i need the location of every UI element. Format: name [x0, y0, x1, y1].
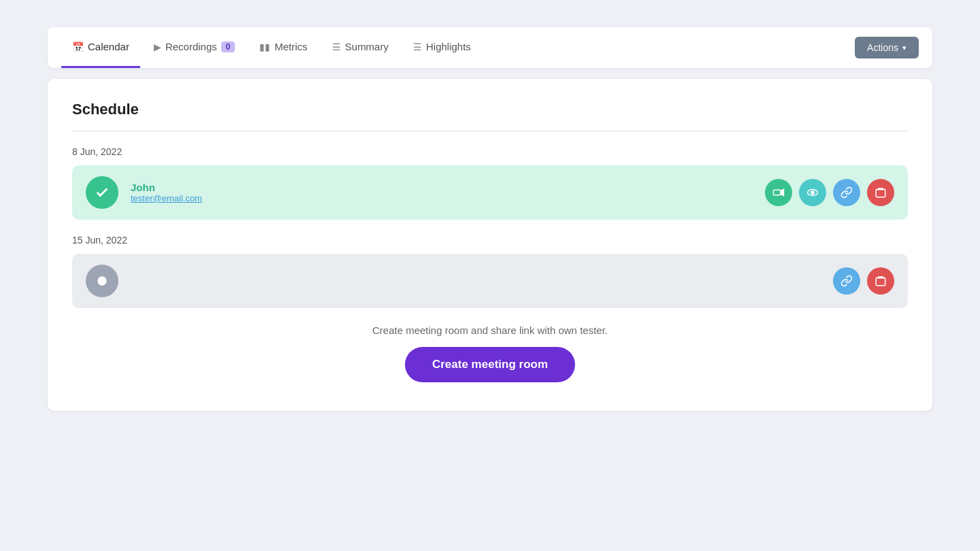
session-row-1: John tester@email.com: [72, 165, 908, 220]
tab-summary-label: Summary: [345, 41, 389, 52]
svg-rect-7: [876, 278, 885, 286]
date-label-1: 8 Jun, 2022: [72, 146, 908, 157]
summary-icon: ☰: [332, 41, 341, 52]
session-name-1: John: [131, 182, 765, 193]
tab-recordings[interactable]: ▶ Recordings 0: [143, 27, 246, 68]
nav-tabs: 📅 Calendar ▶ Recordings 0 ▮▮ Metrics ☰ S…: [61, 27, 482, 68]
highlights-icon: ☰: [413, 41, 422, 52]
tab-calendar[interactable]: 📅 Calendar: [61, 27, 140, 68]
eye-button-1[interactable]: [799, 179, 826, 206]
link-button-2[interactable]: [833, 267, 860, 295]
date-label-2: 15 Jun, 2022: [72, 235, 908, 246]
tab-summary[interactable]: ☰ Summary: [321, 27, 399, 68]
tab-calendar-label: Calendar: [88, 41, 129, 52]
actions-label: Actions: [867, 42, 898, 53]
svg-marker-1: [781, 190, 784, 196]
actions-button[interactable]: Actions ▾: [855, 37, 919, 59]
video-button-1[interactable]: [765, 179, 792, 206]
calendar-icon: 📅: [72, 41, 84, 52]
create-meeting-room-button[interactable]: Create meeting room: [405, 347, 575, 382]
divider: [72, 131, 908, 131]
svg-point-3: [811, 191, 815, 195]
tab-highlights-label: Highlights: [426, 41, 471, 52]
page-container: 📅 Calendar ▶ Recordings 0 ▮▮ Metrics ☰ S…: [48, 27, 932, 411]
chevron-down-icon: ▾: [902, 44, 906, 52]
link-button-1[interactable]: [833, 179, 860, 206]
cta-description: Create meeting room and share link with …: [372, 324, 608, 336]
svg-rect-0: [774, 190, 781, 195]
svg-rect-4: [876, 190, 885, 197]
schedule-title: Schedule: [72, 101, 908, 118]
delete-button-2[interactable]: [867, 267, 894, 295]
recordings-icon: ▶: [154, 41, 161, 52]
svg-point-6: [97, 276, 106, 285]
session-actions-2: [833, 267, 894, 295]
tab-recordings-label: Recordings: [165, 41, 217, 52]
tab-metrics-label: Metrics: [274, 41, 307, 52]
metrics-icon: ▮▮: [259, 41, 270, 52]
tab-highlights[interactable]: ☰ Highlights: [402, 27, 482, 68]
avatar-1: [86, 176, 118, 209]
cta-section: Create meeting room and share link with …: [72, 324, 908, 389]
session-email-1[interactable]: tester@email.com: [131, 193, 765, 203]
main-card: Schedule 8 Jun, 2022 John tester@email.c…: [48, 79, 932, 411]
session-actions-1: [765, 179, 894, 206]
recordings-badge: 0: [221, 41, 235, 52]
session-info-1: John tester@email.com: [131, 182, 765, 203]
avatar-2: [86, 265, 118, 297]
delete-button-1[interactable]: [867, 179, 894, 206]
nav-bar: 📅 Calendar ▶ Recordings 0 ▮▮ Metrics ☰ S…: [48, 27, 932, 68]
tab-metrics[interactable]: ▮▮ Metrics: [248, 27, 318, 68]
session-row-2: [72, 254, 908, 308]
